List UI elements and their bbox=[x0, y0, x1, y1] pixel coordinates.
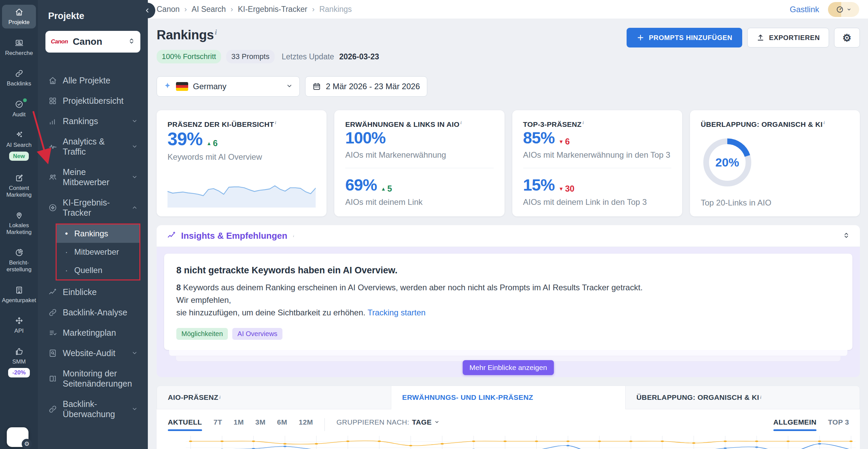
view-top-3[interactable]: TOP 3 bbox=[828, 418, 849, 431]
sidebar-subitem-label: Rankings bbox=[74, 229, 108, 238]
chart-controls: AKTUELL7T1M3M6M12M GRUPPIEREN NACH: TAGE… bbox=[157, 409, 860, 436]
sidebar-item-monitoring-der-seiten-nderungen[interactable]: Monitoring der Seitenänderungen bbox=[45, 363, 140, 394]
sidebar-item-label: Marketingplan bbox=[63, 328, 116, 338]
sidebar-item-rankings[interactable]: Rankings bbox=[45, 111, 140, 131]
breadcrumb-ki-ergebnis-tracker[interactable]: KI-Ergebnis-Tracker bbox=[238, 5, 307, 14]
sidebar-item-alle-projekte[interactable]: Alle Projekte bbox=[45, 70, 140, 91]
grid-icon bbox=[48, 96, 57, 105]
rail-item-bericht-erstellung[interactable]: Bericht-erstellung bbox=[2, 245, 36, 275]
rail-item-label: SMM bbox=[12, 358, 26, 365]
sidebar-item-label: Backlink-Analyse bbox=[63, 307, 127, 317]
more-insights-button[interactable]: Mehr Einblicke anzeigen bbox=[463, 360, 554, 375]
tab-label: ÜBERLAPPUNG: ORGANISCH & KI bbox=[636, 393, 759, 402]
breadcrumb-canon[interactable]: Canon bbox=[157, 5, 180, 14]
sidebar-item-website-audit[interactable]: Website-Audit bbox=[45, 343, 140, 363]
sidebar-item-analytics-traffic[interactable]: Analytics & Traffic bbox=[45, 131, 140, 162]
sidebar-item-label: KI-Ergebnis-Tracker bbox=[63, 197, 126, 218]
rail-item-ai-search[interactable]: AI Search New bbox=[2, 128, 36, 163]
tab-berlappung-organisch-ki[interactable]: ÜBERLAPPUNG: ORGANISCH & KIi bbox=[626, 386, 860, 409]
main-content: Canon›AI Search›KI-Ergebnis-Tracker›Rank… bbox=[148, 0, 868, 449]
add-prompts-button[interactable]: PROMPTS HINZUFÜGEN bbox=[627, 28, 742, 47]
info-icon: i bbox=[215, 28, 217, 36]
chevron-down-icon bbox=[132, 406, 138, 412]
rail-item-lokales-marketing[interactable]: Lokales Marketing bbox=[2, 208, 36, 238]
card-top3-presence: TOP-3-PRÄSENZi 85% ▼6 AIOs mit Markenerw… bbox=[512, 110, 682, 216]
range-aktuell[interactable]: AKTUELL bbox=[168, 418, 202, 431]
sidebar-item-ki-ergebnis-tracker[interactable]: KI-Ergebnis-Tracker bbox=[45, 192, 140, 223]
card-organic-ai-overlap: ÜBERLAPPUNG: ORGANISCH & KIi 20% Top 20-… bbox=[690, 110, 860, 216]
chevron-up-icon bbox=[132, 204, 138, 211]
tab-label: AIO-PRÄSENZ bbox=[168, 393, 218, 402]
last-update-date: 2026-03-23 bbox=[339, 52, 379, 61]
home-icon bbox=[15, 7, 24, 17]
settings-button[interactable]: ⚙ bbox=[834, 28, 860, 47]
view-allgemein[interactable]: ALLGEMEIN bbox=[773, 418, 816, 431]
sidebar-item-marketingplan[interactable]: Marketingplan bbox=[45, 323, 140, 343]
start-tracking-link[interactable]: Tracking starten bbox=[368, 308, 426, 317]
range-12m[interactable]: 12M bbox=[299, 418, 313, 431]
rail-item-agenturpaket[interactable]: Agenturpaket bbox=[2, 283, 36, 307]
date-range-picker[interactable]: 2 Mär 2026 - 23 Mär 2026 bbox=[305, 76, 427, 97]
info-icon: i bbox=[760, 395, 762, 399]
sidebar-item-einblicke[interactable]: Einblicke bbox=[45, 282, 140, 302]
rail-item-api[interactable]: API bbox=[2, 313, 36, 337]
rail-item-label: Agenturpaket bbox=[2, 297, 36, 304]
pin-icon bbox=[15, 211, 24, 220]
insights-icon bbox=[48, 288, 57, 297]
sidebar-item-meine-mitbewerber[interactable]: Meine Mitbewerber bbox=[45, 162, 140, 192]
research-icon bbox=[15, 38, 24, 47]
sidebar-item-label: Backlink-Überwachung bbox=[63, 399, 126, 419]
rail-item-content-marketing[interactable]: Content Marketing bbox=[2, 171, 36, 201]
metric-value: 85% bbox=[523, 129, 555, 147]
chevron-down-icon bbox=[132, 174, 138, 180]
card-title: ÜBERLAPPUNG: ORGANISCH & KIi bbox=[701, 120, 849, 129]
group-by-select[interactable]: GRUPPIEREN NACH: TAGE bbox=[336, 418, 439, 431]
rail-item-recherche[interactable]: Recherche bbox=[2, 36, 36, 59]
sidebar-subitem-rankings[interactable]: •Rankings bbox=[57, 224, 139, 243]
guest-link[interactable]: Gastlink bbox=[790, 5, 819, 14]
metric-subtitle: AIOs mit deinem Link in den Top 3 bbox=[523, 197, 671, 207]
sidebar-item-projekt-bersicht[interactable]: Projektübersicht bbox=[45, 91, 140, 111]
api-icon bbox=[15, 316, 24, 325]
breadcrumb-ai-search[interactable]: AI Search bbox=[192, 5, 226, 14]
sidebar-heading: Projekte bbox=[48, 11, 140, 21]
chat-settings-gear-icon[interactable]: ⚙ bbox=[22, 439, 32, 449]
date-range-value: 2 Mär 2026 - 23 Mär 2026 bbox=[326, 82, 420, 91]
rail-item-label: Bericht-erstellung bbox=[6, 259, 32, 273]
rail-item-backlinks[interactable]: Backlinks bbox=[2, 66, 36, 90]
sidebar-item-backlink-analyse[interactable]: Backlink-Analyse bbox=[45, 302, 140, 323]
rail-item-smm[interactable]: SMM -20% bbox=[2, 344, 36, 380]
sidebar-subitem-quellen[interactable]: ·Quellen bbox=[57, 261, 139, 279]
germany-flag-icon bbox=[176, 82, 188, 91]
breadcrumb: Canon›AI Search›KI-Ergebnis-Tracker›Rank… bbox=[157, 5, 352, 14]
sidebar-item-label: Meine Mitbewerber bbox=[63, 167, 126, 187]
tab-erw-hnungs-und-link-pr-senz[interactable]: ERWÄHNUNGS- UND LINK-PRÄSENZ bbox=[391, 386, 626, 409]
home-icon bbox=[48, 76, 57, 85]
sidebar-item-backlink-berwachung[interactable]: Backlink-Überwachung bbox=[45, 394, 140, 424]
pulse-icon bbox=[48, 142, 57, 151]
range-6m[interactable]: 6M bbox=[277, 418, 287, 431]
insights-collapse-control[interactable] bbox=[843, 232, 850, 240]
sidebar-collapse-button[interactable] bbox=[140, 3, 155, 18]
insight-body: 8 Keywords aus deinem Ranking erscheinen… bbox=[176, 281, 644, 319]
range-1m[interactable]: 1M bbox=[234, 418, 244, 431]
rail-item-audit[interactable]: Audit bbox=[2, 97, 36, 121]
info-icon: i bbox=[275, 121, 276, 125]
project-selector[interactable]: Canon Canon bbox=[45, 31, 140, 53]
content-icon bbox=[15, 173, 24, 182]
metric-subtitle: AIOs mit Markenerwähnung bbox=[345, 150, 493, 160]
annotation-highlight-box: •Rankings·Mitbewerber·Quellen bbox=[56, 223, 140, 280]
audit-icon bbox=[15, 100, 24, 109]
export-button[interactable]: EXPORTIEREN bbox=[747, 28, 829, 47]
range-7t[interactable]: 7T bbox=[214, 418, 222, 431]
metric-value: 69% bbox=[345, 176, 377, 194]
usage-menu[interactable] bbox=[828, 2, 859, 17]
info-icon: i bbox=[583, 121, 584, 125]
tab-aio-pr-senz[interactable]: AIO-PRÄSENZi bbox=[157, 386, 391, 409]
sidebar-subitem-mitbewerber[interactable]: ·Mitbewerber bbox=[57, 243, 139, 261]
rail-item-projekte[interactable]: Projekte bbox=[2, 5, 36, 28]
range-3m[interactable]: 3M bbox=[255, 418, 265, 431]
chat-launcher[interactable]: ⚙ bbox=[7, 427, 28, 447]
tracker-icon bbox=[48, 203, 57, 212]
location-select[interactable]: Germany bbox=[157, 76, 300, 97]
